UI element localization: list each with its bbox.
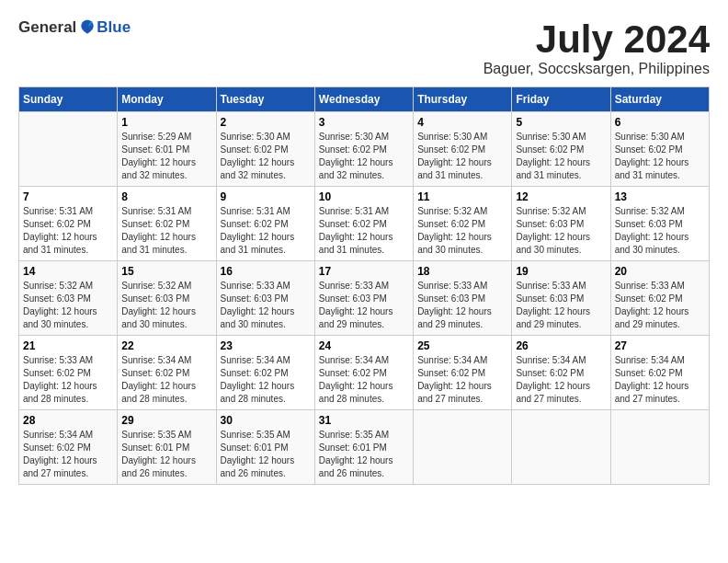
day-number: 7: [23, 190, 113, 203]
day-info: Sunrise: 5:33 AMSunset: 6:03 PMDaylight:…: [319, 280, 409, 331]
day-number: 5: [516, 116, 606, 129]
calendar-week-2: 7 Sunrise: 5:31 AMSunset: 6:02 PMDayligh…: [19, 187, 710, 261]
calendar-cell: 10 Sunrise: 5:31 AMSunset: 6:02 PMDaylig…: [314, 187, 413, 261]
day-info: Sunrise: 5:30 AMSunset: 6:02 PMDaylight:…: [516, 131, 606, 182]
weekday-header-thursday: Thursday: [414, 87, 512, 112]
location-title: Baguer, Soccsksargen, Philippines: [483, 61, 710, 77]
calendar-cell: 30 Sunrise: 5:35 AMSunset: 6:01 PMDaylig…: [216, 410, 314, 485]
day-number: 22: [121, 339, 211, 352]
calendar-cell: 9 Sunrise: 5:31 AMSunset: 6:02 PMDayligh…: [216, 187, 314, 261]
page-header: General Blue July 2024 Baguer, Soccsksar…: [18, 18, 710, 77]
day-number: 31: [319, 414, 409, 427]
day-number: 28: [23, 414, 113, 427]
day-info: Sunrise: 5:34 AMSunset: 6:02 PMDaylight:…: [615, 354, 705, 406]
day-number: 14: [23, 265, 113, 278]
day-number: 12: [516, 190, 606, 203]
day-info: Sunrise: 5:32 AMSunset: 6:03 PMDaylight:…: [516, 205, 606, 257]
calendar-cell: 24 Sunrise: 5:34 AMSunset: 6:02 PMDaylig…: [314, 336, 413, 410]
day-info: Sunrise: 5:33 AMSunset: 6:03 PMDaylight:…: [417, 280, 507, 331]
day-number: 26: [516, 339, 606, 352]
day-info: Sunrise: 5:33 AMSunset: 6:03 PMDaylight:…: [221, 280, 311, 331]
calendar-cell: 29 Sunrise: 5:35 AMSunset: 6:01 PMDaylig…: [118, 410, 216, 485]
day-info: Sunrise: 5:31 AMSunset: 6:02 PMDaylight:…: [319, 205, 409, 257]
day-number: 23: [221, 339, 311, 352]
calendar-cell: 2 Sunrise: 5:30 AMSunset: 6:02 PMDayligh…: [216, 112, 314, 187]
day-info: Sunrise: 5:31 AMSunset: 6:02 PMDaylight:…: [121, 205, 211, 257]
calendar-cell: 17 Sunrise: 5:33 AMSunset: 6:03 PMDaylig…: [314, 261, 413, 336]
day-number: 16: [221, 265, 311, 278]
logo-blue: Blue: [97, 18, 131, 37]
day-number: 3: [319, 116, 409, 129]
weekday-header-sunday: Sunday: [19, 87, 118, 112]
day-number: 20: [615, 265, 705, 278]
day-info: Sunrise: 5:30 AMSunset: 6:02 PMDaylight:…: [417, 131, 507, 182]
day-info: Sunrise: 5:33 AMSunset: 6:03 PMDaylight:…: [516, 280, 606, 331]
calendar-cell: 3 Sunrise: 5:30 AMSunset: 6:02 PMDayligh…: [314, 112, 413, 187]
day-info: Sunrise: 5:30 AMSunset: 6:02 PMDaylight:…: [615, 131, 705, 182]
calendar-week-1: 1 Sunrise: 5:29 AMSunset: 6:01 PMDayligh…: [19, 112, 710, 187]
day-number: 6: [615, 116, 705, 129]
logo-icon: [78, 18, 97, 37]
calendar-cell: [414, 410, 512, 485]
day-number: 17: [319, 265, 409, 278]
calendar-cell: 15 Sunrise: 5:32 AMSunset: 6:03 PMDaylig…: [118, 261, 216, 336]
calendar-cell: [512, 410, 610, 485]
calendar-cell: 14 Sunrise: 5:32 AMSunset: 6:03 PMDaylig…: [19, 261, 118, 336]
calendar-cell: 20 Sunrise: 5:33 AMSunset: 6:02 PMDaylig…: [610, 261, 709, 336]
logo: General Blue: [18, 18, 131, 37]
calendar-cell: 1 Sunrise: 5:29 AMSunset: 6:01 PMDayligh…: [118, 112, 216, 187]
day-number: 18: [417, 265, 507, 278]
month-title: July 2024: [483, 18, 710, 61]
calendar-cell: 5 Sunrise: 5:30 AMSunset: 6:02 PMDayligh…: [512, 112, 610, 187]
day-number: 9: [221, 190, 311, 203]
calendar-cell: 19 Sunrise: 5:33 AMSunset: 6:03 PMDaylig…: [512, 261, 610, 336]
day-info: Sunrise: 5:33 AMSunset: 6:02 PMDaylight:…: [615, 280, 705, 331]
day-info: Sunrise: 5:29 AMSunset: 6:01 PMDaylight:…: [121, 131, 211, 182]
day-number: 15: [121, 265, 211, 278]
day-info: Sunrise: 5:32 AMSunset: 6:03 PMDaylight:…: [23, 280, 113, 331]
calendar-cell: 4 Sunrise: 5:30 AMSunset: 6:02 PMDayligh…: [414, 112, 512, 187]
day-info: Sunrise: 5:35 AMSunset: 6:01 PMDaylight:…: [121, 429, 211, 480]
day-number: 8: [121, 190, 211, 203]
calendar-week-3: 14 Sunrise: 5:32 AMSunset: 6:03 PMDaylig…: [19, 261, 710, 336]
day-info: Sunrise: 5:32 AMSunset: 6:03 PMDaylight:…: [615, 205, 705, 257]
day-number: 1: [121, 116, 211, 129]
day-number: 10: [319, 190, 409, 203]
day-info: Sunrise: 5:32 AMSunset: 6:03 PMDaylight:…: [121, 280, 211, 331]
calendar-cell: 28 Sunrise: 5:34 AMSunset: 6:02 PMDaylig…: [19, 410, 118, 485]
day-info: Sunrise: 5:32 AMSunset: 6:02 PMDaylight:…: [417, 205, 507, 257]
day-info: Sunrise: 5:33 AMSunset: 6:02 PMDaylight:…: [23, 354, 113, 406]
day-info: Sunrise: 5:34 AMSunset: 6:02 PMDaylight:…: [23, 429, 113, 480]
calendar-cell: 27 Sunrise: 5:34 AMSunset: 6:02 PMDaylig…: [610, 336, 709, 410]
day-info: Sunrise: 5:35 AMSunset: 6:01 PMDaylight:…: [319, 429, 409, 480]
calendar-cell: 13 Sunrise: 5:32 AMSunset: 6:03 PMDaylig…: [610, 187, 709, 261]
day-number: 30: [221, 414, 311, 427]
calendar-table: SundayMondayTuesdayWednesdayThursdayFrid…: [18, 86, 710, 485]
title-section: July 2024 Baguer, Soccsksargen, Philippi…: [483, 18, 710, 77]
weekday-header-saturday: Saturday: [610, 87, 709, 112]
day-info: Sunrise: 5:30 AMSunset: 6:02 PMDaylight:…: [319, 131, 409, 182]
calendar-cell: 16 Sunrise: 5:33 AMSunset: 6:03 PMDaylig…: [216, 261, 314, 336]
calendar-cell: 18 Sunrise: 5:33 AMSunset: 6:03 PMDaylig…: [414, 261, 512, 336]
day-info: Sunrise: 5:34 AMSunset: 6:02 PMDaylight:…: [221, 354, 311, 406]
calendar-cell: 7 Sunrise: 5:31 AMSunset: 6:02 PMDayligh…: [19, 187, 118, 261]
day-number: 13: [615, 190, 705, 203]
logo-general: General: [18, 18, 76, 37]
day-info: Sunrise: 5:34 AMSunset: 6:02 PMDaylight:…: [121, 354, 211, 406]
weekday-header-wednesday: Wednesday: [314, 87, 413, 112]
day-number: 11: [417, 190, 507, 203]
day-number: 25: [417, 339, 507, 352]
calendar-cell: 31 Sunrise: 5:35 AMSunset: 6:01 PMDaylig…: [314, 410, 413, 485]
weekday-header-monday: Monday: [118, 87, 216, 112]
day-number: 27: [615, 339, 705, 352]
calendar-cell: 23 Sunrise: 5:34 AMSunset: 6:02 PMDaylig…: [216, 336, 314, 410]
calendar-cell: 11 Sunrise: 5:32 AMSunset: 6:02 PMDaylig…: [414, 187, 512, 261]
day-info: Sunrise: 5:30 AMSunset: 6:02 PMDaylight:…: [221, 131, 311, 182]
calendar-cell: 21 Sunrise: 5:33 AMSunset: 6:02 PMDaylig…: [19, 336, 118, 410]
calendar-cell: 25 Sunrise: 5:34 AMSunset: 6:02 PMDaylig…: [414, 336, 512, 410]
day-info: Sunrise: 5:34 AMSunset: 6:02 PMDaylight:…: [319, 354, 409, 406]
calendar-cell: [610, 410, 709, 485]
day-info: Sunrise: 5:34 AMSunset: 6:02 PMDaylight:…: [516, 354, 606, 406]
day-number: 29: [121, 414, 211, 427]
calendar-cell: 12 Sunrise: 5:32 AMSunset: 6:03 PMDaylig…: [512, 187, 610, 261]
